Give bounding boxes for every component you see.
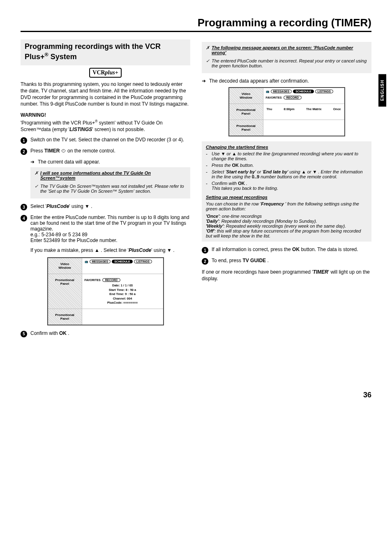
sl-0: Date: 1 / 1 / 03 [85,284,161,288]
rr-day: Thu [267,107,272,111]
promo-panel-2: Promotional Panel [48,309,82,325]
info-box-change-times: Changing the start/end times -Use or to … [202,141,371,242]
screen2-middle: Thu 8:00pm The Matrix Once [263,104,344,120]
s3-suf: ' using [69,203,85,209]
logo-vcr: VCR [92,69,105,76]
section-heading: Programming recordings with the VCR Plus… [21,39,190,65]
warn-d: ' screen) is not possible. [92,127,145,132]
rb-c: . [266,258,269,263]
triangle-down-icon [313,169,317,174]
step-number-icon: 1 [21,137,27,144]
logo-plus: plus+ [105,69,118,76]
dash-icon: - [206,151,212,161]
registered-mark: ® [45,52,48,58]
gb1-body: The TV Guide On Screen™system was not in… [40,184,186,194]
warn-c: LISTINGS [69,127,92,132]
warning-text: 'Programming with the VCR Plus+® system'… [21,119,190,133]
right-step-1-body: If all information is correct, press the… [212,247,371,252]
screen2-top: 📺 MESSAGES SCHEDULE LISTINGS FAVORITES R… [263,88,344,104]
step-4: 4 Enter the entire PlusCode number. This… [21,214,190,253]
gb3-head: Changing the start/end times [206,145,367,150]
gb2-head: The following message appears on the scr… [212,45,367,55]
step-3-body: Select 'PlusCode' using . [30,203,190,209]
warn-a: 'Programming with the VCR Plus+ [21,120,95,126]
sl-4: PlusCode: ======== [85,301,161,305]
s4m-key: PlusCode [129,247,151,253]
s4m-c: ' using [151,247,167,253]
fp-a: If one or more recordings have been prog… [202,269,313,275]
step-4-body: Enter the entire PlusCode number. This n… [30,214,190,253]
fav-label: FAVORITES [85,279,101,281]
s2-suf: on the remote control. [67,148,115,154]
dash-icon: - [206,181,212,191]
triangle-up-icon [232,151,236,156]
promo-panel: Promotional Panel [48,274,82,309]
page-title: Programming a recording (TIMER) [21,16,371,29]
gb4-daily: 'Daily': Repeated daily recordings (Mond… [206,219,367,224]
s5-key: OK [59,330,67,336]
sl-1: Start Time: 8 : 50 a [85,288,161,293]
heading-text-suf: System [48,53,77,61]
triangle-down-icon [85,203,90,209]
vcrplus-logo: VCRplus+ [89,68,121,78]
s3-key: PlusCode [46,203,69,209]
screen-data-lines: Date: 1 / 1 / 03 Start Time: 8 : 50 a En… [85,282,161,307]
gb4-head: Setting up repeat recordings [206,195,367,200]
right-step-2-body: To end, press TV GUIDE . [212,258,371,263]
record-pill: RECORD [102,278,120,282]
right-column: ✗The following message appears on the sc… [202,39,371,341]
rr-time: 8:00pm [284,107,294,111]
step-number-icon: 5 [21,331,27,337]
step-1: 1 Switch on the TV set. Select the chann… [21,137,190,144]
decoded-line: ➜The decoded data appears after confirma… [202,78,371,84]
gb3-l2: Press the OK button. [212,163,254,168]
step-number-icon: 2 [21,148,27,155]
final-paragraph: If one or more recordings have been prog… [202,269,371,282]
fp-b: TIMER [313,269,328,275]
ra-b: OK [292,247,300,252]
triangle-up-icon [302,169,306,174]
record-pill: RECORD [284,96,302,99]
step-2: 2 Press TIMER ⏲ on the remote control. [21,148,190,155]
step-number-icon: 3 [21,204,27,210]
tab-listings: LISTINGS [134,260,152,263]
gb2-body: The entered PlusCode number is incorrect… [212,58,367,68]
s4-c: Enter 523489 for the PlusCode number. [30,238,190,243]
gb1-head: I will see some informations about the T… [40,171,186,180]
s3-pre: Select ' [30,203,46,209]
dash-icon: - [206,163,212,168]
s2-key: TIMER [44,148,60,154]
rr-freq: Once [333,107,341,111]
tab-messages: MESSAGES [271,90,292,93]
tab-messages: MESSAGES [90,260,111,263]
right-step-1: 1 If all information is correct, press t… [202,247,371,254]
content-columns: Programming recordings with the VCR Plus… [21,39,371,341]
step-5: 5 Confirm with OK . [21,330,190,337]
tv-icon: 📺 [266,90,270,93]
fav-label: FAVORITES [266,96,282,99]
tv-icon: 📺 [85,260,88,263]
check-icon: ✓ [206,58,212,68]
tab-schedule: SCHEDULE [293,90,314,93]
sl-3: Channel: 004 [85,297,161,301]
step-number-icon: 4 [21,215,27,221]
screen-middle: FAVORITES RECORD Date: 1 / 1 / 03 Start … [82,274,163,309]
intro-paragraph: Thanks to this programming system, you n… [21,81,190,108]
gb4-weekly: 'Weekly': Repeated weekly recordings (ev… [206,224,367,228]
s5-pre: Confirm with [30,330,59,336]
vcrplus-logo-row: VCRplus+ [21,68,190,78]
screen2-bottom [263,120,344,136]
tv-screen-pluscode: Video Window 📺 MESSAGES SCHEDULE LISTING… [47,257,164,325]
dash-icon: - [206,169,212,179]
tab-listings: LISTINGS [315,90,333,93]
s4-b: e.g.: 5-234-89 or 5 234 89 [30,232,190,238]
gb4-once: 'Once': one-time recordings [206,214,367,219]
arrow-right-icon: ➜ [30,159,38,165]
sl-2: End Time: 9 : 50 a [85,292,161,297]
gb4-off: 'Off': this will stop any future occurre… [206,228,367,238]
page-number: 36 [21,391,371,399]
info-box-tvguide: ✗I will see some informations about the … [30,167,190,198]
screen-bottom [82,309,163,325]
s5-suf: . [67,330,69,336]
x-icon: ✗ [206,45,212,57]
